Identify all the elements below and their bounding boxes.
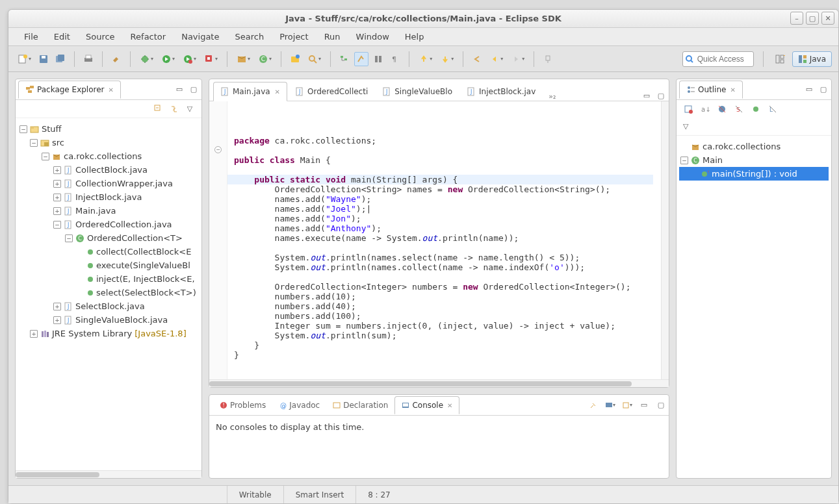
save-button[interactable]: [36, 52, 51, 66]
javadoc-tab[interactable]: @Javadoc: [272, 397, 326, 414]
declaration-tab[interactable]: Declaration: [326, 397, 394, 414]
tree-cu-injectblock[interactable]: +JInjectBlock.java: [18, 190, 199, 204]
tree-jre[interactable]: +JRE System Library [JavaSE-1.8]: [18, 327, 199, 340]
menu-navigate[interactable]: Navigate: [174, 29, 227, 45]
tree-cu-orderedcollection[interactable]: −JOrderedCollection.java: [18, 218, 199, 231]
panel-minimize-button[interactable]: ▭: [174, 84, 185, 95]
problems-tab[interactable]: !Problems: [213, 397, 272, 414]
new-class-button[interactable]: C▾: [255, 52, 274, 66]
editor-gutter[interactable]: −: [209, 101, 227, 379]
back-button[interactable]: ▾: [487, 52, 506, 66]
code-editor[interactable]: package ca.rokc.collections; public clas…: [227, 101, 661, 379]
outline-hide-static-button[interactable]: S: [734, 104, 744, 114]
outline-method-main[interactable]: Smain(String[]) : void: [679, 167, 829, 181]
save-all-button[interactable]: [53, 52, 68, 66]
menu-edit[interactable]: Edit: [46, 29, 78, 45]
menu-file[interactable]: File: [16, 29, 46, 45]
forward-button[interactable]: ▾: [508, 52, 527, 66]
last-edit-button[interactable]: [470, 52, 484, 66]
tree-cu-collectionwrapper[interactable]: +JCollectionWrapper.java: [18, 177, 199, 190]
close-icon[interactable]: ✕: [730, 86, 735, 94]
pe-horizontal-scrollbar[interactable]: [16, 470, 201, 478]
collapse-all-button[interactable]: [153, 104, 164, 114]
toggle-breadcrumb-button[interactable]: [337, 52, 352, 66]
editor-vertical-scrollbar[interactable]: [661, 101, 669, 379]
pin-button[interactable]: [541, 52, 555, 66]
view-menu-button[interactable]: ▽: [185, 104, 195, 114]
java-perspective-button[interactable]: Java: [792, 51, 832, 67]
annotation-next-button[interactable]: ▾: [437, 52, 456, 66]
tree-method-inject[interactable]: inject(E, InjectBlock<E,: [18, 272, 199, 286]
editor-tab-main[interactable]: J Main.java ✕: [213, 82, 287, 101]
tree-cu-collectblock[interactable]: +JCollectBlock.java: [18, 163, 199, 177]
run-button[interactable]: ▾: [159, 52, 177, 66]
menu-project[interactable]: Project: [272, 29, 316, 45]
console-pin-button[interactable]: [588, 400, 599, 410]
editor-tab-singlevalueblock[interactable]: JSingleValueBlo: [376, 82, 459, 101]
close-icon[interactable]: ✕: [447, 402, 452, 409]
menu-search[interactable]: Search: [227, 29, 272, 45]
outline-focus-button[interactable]: [683, 104, 693, 114]
open-type-button[interactable]: [288, 52, 302, 66]
console-tab[interactable]: Console✕: [394, 396, 459, 414]
outline-class-main[interactable]: −CMain: [679, 153, 829, 167]
tree-package[interactable]: −ca.rokc.collections: [18, 149, 199, 163]
editor-minimize-button[interactable]: ▭: [641, 90, 652, 101]
close-button[interactable]: ✕: [821, 12, 834, 25]
tree-method-select[interactable]: select(SelectBlock<T>): [18, 286, 199, 299]
editor-maximize-button[interactable]: ▢: [656, 90, 666, 101]
panel-maximize-button[interactable]: ▢: [818, 84, 829, 95]
panel-minimize-button[interactable]: ▭: [639, 400, 649, 410]
panel-maximize-button[interactable]: ▢: [656, 400, 666, 410]
new-button[interactable]: ▾: [15, 52, 34, 66]
fold-toggle[interactable]: −: [214, 146, 222, 153]
menu-help[interactable]: Help: [397, 29, 432, 45]
print-button[interactable]: [81, 52, 96, 66]
panel-maximize-button[interactable]: ▢: [188, 84, 199, 95]
tree-class-orderedcollection[interactable]: −COrderedCollection<T>: [18, 231, 199, 245]
toggle-mark-button[interactable]: [354, 52, 368, 66]
maximize-button[interactable]: ▢: [806, 12, 819, 25]
menu-window[interactable]: Window: [348, 29, 397, 45]
outline-hide-local-button[interactable]: L: [768, 104, 778, 114]
close-icon[interactable]: ✕: [109, 86, 114, 94]
editor-tab-overflow[interactable]: »₂: [543, 92, 561, 101]
toggle-block-button[interactable]: [371, 52, 385, 66]
outline-hide-fields-button[interactable]: [717, 104, 727, 114]
tree-src[interactable]: −src: [18, 136, 199, 149]
minimize-button[interactable]: –: [790, 12, 803, 25]
editor-horizontal-scrollbar[interactable]: [209, 379, 669, 387]
outline-menu-button[interactable]: ▽: [683, 121, 825, 131]
outline-sort-button[interactable]: a↓z: [700, 104, 710, 114]
tree-cu-singlevalueblock[interactable]: +JSingleValueBlock.java: [18, 313, 199, 327]
open-perspective-button[interactable]: +: [773, 52, 787, 66]
package-icon: [691, 142, 700, 151]
outline-package[interactable]: ca.rokc.collections: [679, 140, 829, 153]
link-editor-button[interactable]: [169, 104, 179, 114]
menu-source[interactable]: Source: [78, 29, 123, 45]
external-tools-button[interactable]: ▾: [201, 52, 220, 66]
search-button[interactable]: ▾: [305, 52, 324, 66]
run-last-button[interactable]: ▾: [180, 52, 199, 66]
tree-cu-selectblock[interactable]: +JSelectBlock.java: [18, 299, 199, 313]
debug-button[interactable]: ▾: [137, 52, 156, 66]
tree-cu-main[interactable]: +JMain.java: [18, 204, 199, 218]
panel-minimize-button[interactable]: ▭: [804, 84, 814, 95]
show-whitespace-button[interactable]: ¶: [388, 52, 402, 66]
package-explorer-tab[interactable]: Package Explorer ✕: [18, 81, 121, 99]
build-button[interactable]: [109, 52, 123, 66]
outline-hide-nonpublic-button[interactable]: [751, 104, 761, 114]
editor-tab-orderedcollection[interactable]: JOrderedCollecti: [289, 82, 374, 101]
console-display-button[interactable]: ▾: [605, 400, 615, 410]
console-new-button[interactable]: +▾: [622, 400, 632, 410]
tree-method-execute[interactable]: execute(SingleValueBl: [18, 258, 199, 272]
menu-run[interactable]: Run: [316, 29, 348, 45]
tree-project[interactable]: −Stuff: [18, 122, 199, 136]
outline-tab[interactable]: Outline ✕: [679, 81, 743, 99]
editor-tab-injectblock[interactable]: JInjectBlock.jav: [460, 82, 542, 101]
annotation-prev-button[interactable]: ▾: [416, 52, 435, 66]
close-icon[interactable]: ✕: [275, 88, 280, 95]
new-package-button[interactable]: ▾: [234, 52, 253, 66]
menu-refactor[interactable]: Refactor: [123, 29, 174, 45]
tree-method-collect[interactable]: collect(CollectBlock<E: [18, 245, 199, 258]
